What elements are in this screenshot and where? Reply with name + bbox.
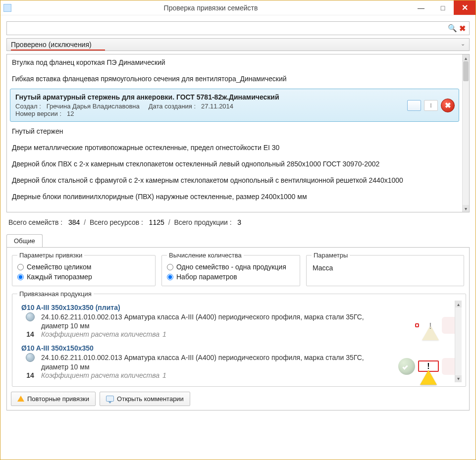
radio-param-set-input[interactable]: [167, 274, 173, 280]
binding-params-fieldset: Параметры привязки Семейство целиком Каж…: [12, 252, 156, 286]
list-scrollbar[interactable]: ▴ ▾: [462, 54, 469, 212]
tab-strip: Общие: [6, 234, 470, 247]
list-item[interactable]: Дверной блок ПВХ с 2-х камерным стеклопа…: [7, 156, 462, 172]
list-item[interactable]: Втулка под фланец короткая ПЭ Динамическ…: [7, 54, 462, 71]
content-area: 🔍 ✖ Проверено (исключения) ⌄ Втулка под …: [0, 15, 476, 460]
families-value: 384: [68, 218, 80, 226]
selected-family-card[interactable]: Гнутый арматурный стержень для анкеровки…: [10, 89, 459, 122]
maximize-button[interactable]: □: [432, 0, 454, 15]
group-header-underline: [11, 50, 105, 51]
radio-each-size-input[interactable]: [17, 274, 24, 280]
version-value: 12: [67, 110, 74, 117]
created-date-value: 27.11.2014: [201, 102, 233, 110]
search-icon[interactable]: 🔍: [447, 23, 457, 33]
qty-calc-fieldset: Вычисление количества Одно семейство - о…: [161, 252, 300, 286]
list-item[interactable]: Гнутый стержен: [7, 123, 462, 140]
families-label: Всего семейств :: [8, 218, 62, 226]
minimize-button[interactable]: —: [410, 0, 432, 15]
selected-title: Гнутый арматурный стержень для анкеровки…: [15, 93, 454, 101]
chevron-down-icon: ⌄: [461, 41, 465, 47]
group-header-label: Проверено (исключения): [11, 41, 92, 49]
app-window: Проверка привязки семейств — □ ✕ 🔍 ✖ Про…: [0, 0, 476, 460]
list-item[interactable]: Дверные блоки поливинилхлоридные (ПВХ) н…: [7, 189, 462, 205]
stats-row: Всего семейств : 384 / Всего ресурсов : …: [6, 215, 470, 229]
params-text: Масса: [312, 262, 459, 274]
warn-icon[interactable]: !: [422, 318, 439, 333]
repeat-bindings-button[interactable]: Повторные привязки: [11, 392, 96, 406]
edit-icon[interactable]: [424, 100, 438, 111]
radio-param-set[interactable]: Набор параметров: [167, 272, 295, 282]
globe-icon: [26, 353, 35, 362]
bound-fieldset: Привязанная продукция Ø10 A-III 350x130x…: [12, 290, 466, 387]
fieldset-row: Параметры привязки Семейство целиком Каж…: [11, 252, 465, 286]
tab-general[interactable]: Общие: [6, 234, 43, 247]
scroll-up-icon[interactable]: ▴: [463, 54, 469, 61]
products-value: 3: [237, 218, 241, 226]
product-coef-row: Коэффициент расчета количества 1: [41, 371, 372, 379]
product-count: 14: [21, 330, 39, 338]
family-list: Втулка под фланец короткая ПЭ Динамическ…: [6, 54, 470, 212]
params-fieldset: Параметры Масса: [306, 252, 464, 286]
search-input[interactable]: [9, 24, 447, 33]
coef-value: 1: [162, 330, 166, 338]
open-comments-button[interactable]: Открыть комментарии: [100, 392, 190, 406]
product-title: Ø10 A-III 350x130x350 (плита): [21, 304, 459, 311]
product-status-icons: !: [374, 353, 459, 379]
resources-value: 1125: [149, 218, 164, 226]
close-button[interactable]: ✕: [454, 0, 476, 15]
bound-legend: Привязанная продукция: [17, 290, 94, 298]
scroll-thumb[interactable]: [463, 61, 469, 81]
radio-family-whole[interactable]: Семейство целиком: [17, 262, 150, 272]
tabs: Общие Параметры привязки Семейство целик…: [6, 234, 470, 410]
binding-legend: Параметры привязки: [17, 252, 84, 259]
product-coef-row: Коэффициент расчета количества 1: [41, 330, 372, 338]
family-list-body: Втулка под фланец короткая ПЭ Динамическ…: [7, 54, 469, 205]
created-by-value: Гречина Дарья Владиславовна: [47, 102, 140, 110]
bottom-buttons: Повторные привязки Открыть комментарии: [11, 392, 465, 406]
products-label: Всего продукции :: [174, 218, 231, 226]
comments-label: Открыть комментарии: [117, 395, 184, 403]
coef-label: Коэффициент расчета количества: [41, 371, 159, 379]
product-row[interactable]: Ø10 A-III 350x130x350 (плита) 24.10.62.2…: [17, 301, 461, 341]
scroll-down-icon[interactable]: ▾: [463, 205, 469, 212]
product-status-icons: !: [374, 312, 459, 338]
resources-label: Всего ресурсов :: [90, 218, 143, 226]
bound-body: Ø10 A-III 350x130x350 (плита) 24.10.62.2…: [17, 301, 461, 382]
scroll-track[interactable]: [455, 307, 462, 375]
selected-actions: ✖: [407, 99, 455, 112]
product-desc: 24.10.62.211.010.002.013 Арматура класса…: [41, 312, 372, 330]
radio-family-whole-input[interactable]: [17, 264, 24, 270]
view-icon[interactable]: [407, 100, 421, 111]
radio-each-size[interactable]: Каждый типоразмер: [17, 272, 150, 282]
product-desc: 24.10.62.211.010.002.013 Арматура класса…: [41, 353, 372, 371]
status-warn-highlight: !: [418, 360, 439, 372]
product-row[interactable]: Ø10 A-III 350x150x350 24.10.62.211.010.0…: [17, 341, 461, 382]
clear-search-icon[interactable]: ✖: [457, 23, 467, 33]
version-label: Номер версии :: [15, 110, 61, 117]
created-by-label: Создал :: [15, 102, 41, 110]
scroll-down-icon[interactable]: ▾: [455, 375, 462, 382]
status-ok-highlight: [415, 323, 419, 327]
tab-general-page: Параметры привязки Семейство целиком Каж…: [6, 247, 470, 410]
list-item[interactable]: Двери металлические противопожарные осте…: [7, 140, 462, 156]
list-item[interactable]: Дверной блок стальной с фрамугой с 2-х к…: [7, 172, 462, 189]
group-header[interactable]: Проверено (исключения) ⌄: [6, 38, 470, 51]
radio-one-family-one-product[interactable]: Одно семейство - одна продукция: [167, 262, 295, 272]
app-icon: [3, 4, 11, 12]
list-item[interactable]: Гибкая вставка фланцевая прямоугольного …: [7, 71, 462, 87]
warning-icon: [17, 396, 24, 402]
product-count: 14: [21, 371, 39, 379]
window-buttons: — □ ✕: [410, 0, 476, 15]
created-date-label: Дата создания :: [149, 102, 196, 110]
delete-icon[interactable]: ✖: [441, 99, 455, 112]
bound-scrollbar[interactable]: ▴ ▾: [455, 301, 462, 382]
ok-icon[interactable]: [398, 358, 415, 375]
bound-products-panel: Привязанная продукция Ø10 A-III 350x130x…: [11, 290, 465, 387]
params-legend: Параметры: [312, 252, 350, 259]
radio-one-product-input[interactable]: [167, 264, 173, 270]
scroll-up-icon[interactable]: ▴: [455, 301, 462, 307]
selected-meta-row: Создал : Гречина Дарья Владиславовна Дат…: [15, 102, 454, 110]
coef-value: 1: [162, 371, 166, 379]
repeat-label: Повторные привязки: [27, 395, 89, 403]
warn-icon[interactable]: !: [420, 362, 437, 370]
